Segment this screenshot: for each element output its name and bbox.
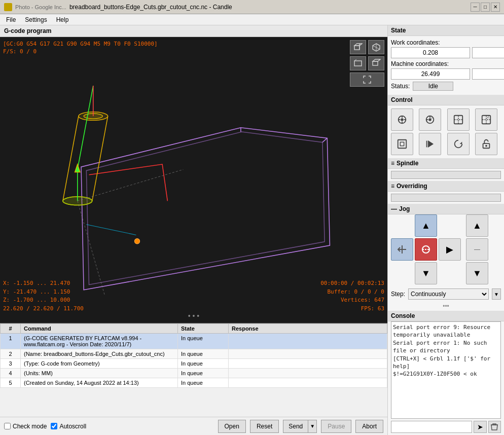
console-line: $!=G21G91X0Y-1Z0F500 < ok <box>393 370 499 378</box>
table-row[interactable]: 2 (Name: breadboard_buttons-Edge_Cuts.gb… <box>1 349 387 359</box>
send-group: Send ▼ <box>283 420 317 433</box>
menu-help[interactable]: Help <box>52 15 73 24</box>
view-iso2-button[interactable] <box>368 40 384 54</box>
jog-z-down-button[interactable]: ▼ <box>466 262 488 284</box>
status-label-row: Status: Idle <box>391 82 501 91</box>
col-header-response: Response <box>229 324 387 334</box>
table-row[interactable]: 3 (Type: G-code from Geometry) In queue <box>1 359 387 369</box>
table-scroll[interactable]: # Command State Response 1 (G-CODE GENER… <box>0 323 387 417</box>
autoscroll-label[interactable]: Autoscroll <box>51 423 86 430</box>
col-header-state: State <box>178 324 229 334</box>
viewport[interactable]: [GC:G0 G54 G17 G21 G90 G94 M5 M9 T0 F0 S… <box>0 37 387 323</box>
step-select[interactable]: Continuously 0.001 0.01 0.1 1 10 <box>408 288 489 300</box>
menu-file[interactable]: File <box>2 15 20 24</box>
title-bar-controls[interactable]: ─ □ ✕ <box>471 3 500 12</box>
close-button[interactable]: ✕ <box>491 3 500 12</box>
view-top-button[interactable] <box>368 56 384 70</box>
table-cell-num: 5 <box>1 378 21 388</box>
table-cell-response <box>229 359 387 369</box>
jog-z-pad: ▲ — ▼ <box>466 214 488 284</box>
state-section-content: Work coordinates: Machine coordinates: S… <box>388 36 504 95</box>
svg-line-1 <box>322 138 327 142</box>
title-bar-title: breadboard_buttons-Edge_Cuts.gbr_cutout_… <box>69 4 232 11</box>
jog-center-button[interactable] <box>415 238 437 261</box>
table-cell-num: 1 <box>1 334 21 349</box>
console-input[interactable] <box>391 421 472 433</box>
viewport-controls <box>350 40 384 87</box>
menu-settings[interactable]: Settings <box>21 15 51 24</box>
overriding-header-text: Overriding <box>397 183 427 190</box>
svg-rect-47 <box>400 142 404 146</box>
table-cell-state: In queue <box>178 334 229 349</box>
control-grid: ⌂ Z <box>388 105 504 158</box>
table-area: # Command State Response 1 (G-CODE GENER… <box>0 323 387 417</box>
svg-point-51 <box>485 145 487 147</box>
zero-z-btn[interactable]: Z <box>475 108 497 131</box>
jog-section-header: — Jog <box>388 204 504 214</box>
jog-up-button[interactable]: ▲ <box>415 214 437 237</box>
title-bar: Photo - Google Inc... breadboard_buttons… <box>0 0 504 14</box>
table-row[interactable]: 4 (Units: MM) In queue <box>1 369 387 378</box>
zero-xy-btn[interactable] <box>447 108 470 131</box>
command-table: # Command State Response 1 (G-CODE GENER… <box>0 323 387 388</box>
pause-button[interactable]: Pause <box>321 420 351 433</box>
col-header-command: Command <box>21 324 178 334</box>
control-section-header: Control <box>388 95 504 105</box>
send-dropdown-button[interactable]: ▼ <box>308 420 317 433</box>
state-header-text: State <box>391 27 406 34</box>
check-mode-label[interactable]: Check mode <box>4 423 47 430</box>
x-range: X: -1.150 ... 21.470 <box>3 279 84 288</box>
status-label: Status: <box>391 83 410 90</box>
minimize-button[interactable]: ─ <box>471 3 480 12</box>
state-section-header: State <box>388 25 504 36</box>
view-btn-row-3 <box>350 72 384 87</box>
reset-to-zero-btn[interactable] <box>391 108 413 131</box>
y-range: Y: -21.470 ... 1.150 <box>3 288 84 297</box>
jog-z-stop-button[interactable]: — <box>466 238 488 261</box>
svg-marker-49 <box>459 141 462 144</box>
svg-marker-27 <box>373 59 380 61</box>
send-button[interactable]: Send <box>283 420 308 433</box>
console-clear-button[interactable] <box>488 421 501 433</box>
home-btn[interactable]: ⌂ <box>419 108 441 131</box>
abort-button[interactable]: Abort <box>355 420 383 433</box>
machine-y-input[interactable] <box>472 68 504 80</box>
open-button[interactable]: Open <box>218 420 246 433</box>
jog-section-content: ▲ ▶ ▼ ▲ — ▼ <box>388 214 504 286</box>
run-btn[interactable] <box>419 133 441 155</box>
step-dropdown-arrow[interactable]: ▼ <box>492 288 501 300</box>
svg-rect-46 <box>398 140 407 149</box>
work-y-input[interactable] <box>472 47 504 58</box>
table-cell-num: 3 <box>1 359 21 369</box>
console-send-button[interactable]: ➤ <box>474 421 487 433</box>
unlock-btn[interactable] <box>475 133 497 155</box>
view-iso1-button[interactable] <box>350 40 366 54</box>
table-cell-response <box>229 334 387 349</box>
table-row[interactable]: 1 (G-CODE GENERATED BY FLATCAM v8.994 - … <box>1 334 387 349</box>
fullscreen-button[interactable] <box>350 72 384 87</box>
center-btn[interactable] <box>391 133 413 155</box>
view-btn-row-1 <box>350 40 384 54</box>
time-display: 00:00:00 / 00:02:13 <box>320 279 384 288</box>
right-panel: State Work coordinates: Machine coordina… <box>387 25 504 435</box>
reset-button[interactable]: Reset <box>250 420 279 433</box>
jog-z-up-button[interactable]: ▲ <box>466 214 488 237</box>
work-x-input[interactable] <box>391 47 470 58</box>
table-row[interactable]: 5 (Created on Sunday, 14 August 2022 at … <box>1 378 387 388</box>
jog-right-button[interactable]: ▶ <box>439 238 461 261</box>
check-mode-checkbox[interactable] <box>4 423 11 429</box>
view-front-button[interactable] <box>350 56 366 70</box>
jog-down-button[interactable]: ▼ <box>415 262 437 284</box>
overriding-section-header: ≡ Overriding <box>388 181 504 192</box>
reset-btn[interactable] <box>447 133 470 155</box>
z-range: Z: -1.700 ... 10.000 <box>3 296 84 305</box>
maximize-button[interactable]: □ <box>481 3 490 12</box>
viewport-dots: • • • <box>188 312 199 320</box>
main-layout: G-code program [GC:G0 G54 G17 G21 G90 G9… <box>0 25 504 435</box>
jog-left-button[interactable] <box>391 238 413 261</box>
machine-x-input[interactable] <box>391 68 470 80</box>
jog-dots: ••• <box>388 302 504 311</box>
console-output: Serial port error 9: Resource temporaril… <box>391 321 501 419</box>
autoscroll-checkbox[interactable] <box>51 423 57 429</box>
table-cell-command: (Created on Sunday, 14 August 2022 at 14… <box>21 378 178 388</box>
